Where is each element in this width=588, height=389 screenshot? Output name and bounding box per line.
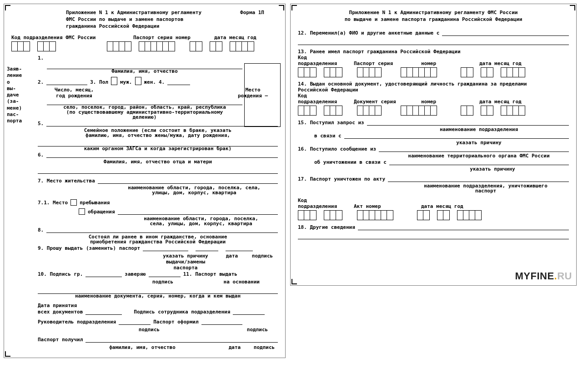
corner-mark (279, 5, 284, 10)
b13-1[interactable] (298, 67, 317, 77)
line-pob[interactable] (167, 79, 190, 85)
num-11: 11. Паспорт выдать (183, 271, 237, 277)
kod-box-1[interactable] (11, 41, 30, 51)
line-6[interactable] (46, 152, 278, 158)
line-71[interactable] (118, 208, 278, 215)
b17-m[interactable] (437, 210, 450, 220)
b13-s[interactable] (357, 67, 382, 77)
n15b: в связи с (314, 133, 342, 139)
b17-1[interactable] (298, 210, 317, 220)
b14-y[interactable] (501, 106, 525, 116)
pass-series[interactable] (107, 41, 131, 51)
wm-ru: RU (557, 270, 572, 282)
sub-fio: Фамилия, имя, отчество (47, 68, 242, 74)
s9s: подпись (252, 253, 273, 259)
form-page-2: Приложение N 1 к Административному регла… (290, 4, 577, 286)
chk-obr[interactable] (79, 208, 85, 215)
header-line-2: ФМС России по выдаче и замене паспортов (66, 16, 183, 22)
line-15b[interactable] (344, 132, 569, 139)
line-10a[interactable] (85, 271, 122, 277)
line-dps[interactable] (233, 308, 265, 315)
line-dob[interactable] (46, 79, 87, 85)
date-y[interactable] (230, 41, 254, 51)
header-block: Приложение N 1 к Административному регла… (66, 10, 278, 30)
pp: Паспорт получил (38, 337, 83, 343)
num-13: 13. Ранее имел паспорт гражданина Россий… (298, 49, 569, 55)
b17-y[interactable] (457, 210, 482, 220)
date-d[interactable] (190, 41, 202, 51)
b13-2[interactable] (324, 67, 342, 77)
line-9s[interactable] (226, 245, 253, 251)
num-1: 1. (38, 55, 44, 61)
s8b: приобретения гражданства Российской Феде… (38, 239, 278, 245)
line-5[interactable] (46, 120, 278, 126)
line-8[interactable] (46, 227, 278, 233)
b13-n[interactable] (401, 67, 437, 77)
num-6: 6. (38, 152, 44, 158)
line-15[interactable] (367, 119, 569, 126)
photo-box[interactable] (244, 63, 281, 127)
pass-number[interactable] (139, 41, 175, 51)
line-pof[interactable] (201, 318, 242, 325)
num-8: 8. (38, 227, 44, 233)
line-10b[interactable] (149, 271, 181, 277)
dps: Подпись сотрудника подразделения (134, 309, 230, 315)
b14-d[interactable] (461, 106, 473, 116)
wm-a: MYFINE (515, 270, 554, 282)
header-block-2: Приложение N 1 к Административному регла… (298, 10, 569, 23)
num-10: 10. Подпись гр. (38, 271, 83, 277)
b17-d[interactable] (417, 210, 430, 220)
line-18b[interactable] (298, 233, 569, 239)
b17-n[interactable] (357, 210, 393, 220)
b14-2[interactable] (324, 106, 342, 116)
line-pp[interactable] (85, 336, 278, 343)
b17-2[interactable] (324, 210, 342, 220)
b14-n[interactable] (401, 106, 437, 116)
pof: Паспорт оформил (153, 319, 198, 325)
s16: наименование территориального органа ФМС… (389, 153, 569, 159)
line-9d[interactable] (196, 245, 218, 251)
n16b: об уничтожении в связи с (314, 159, 387, 165)
line-dp[interactable] (85, 308, 122, 315)
s9a: указать причину (163, 253, 208, 259)
line-12[interactable] (442, 30, 569, 36)
line-6b[interactable] (38, 167, 278, 174)
ppsub: фамилия, имя, отчество (97, 344, 188, 350)
line-18[interactable] (358, 224, 569, 230)
b14-1[interactable] (298, 106, 317, 116)
corner-mark (291, 5, 297, 10)
b13-y[interactable] (501, 67, 525, 77)
line-12b[interactable] (298, 39, 569, 45)
b13-d[interactable] (461, 67, 473, 77)
s11: на основании (179, 279, 278, 285)
num-12: 12. Переменил(а) ФИО и другие анкетные д… (298, 30, 439, 36)
line-ruk[interactable] (119, 318, 151, 325)
line-16b[interactable] (389, 159, 569, 165)
chk-male[interactable] (111, 77, 117, 85)
akt: Акт номер (354, 203, 413, 209)
b14-s[interactable] (357, 106, 382, 116)
pps: подпись (251, 344, 278, 350)
date17: дата месяц год (421, 203, 463, 209)
lbl-10z: заверяю (125, 271, 146, 277)
pod2: подпись (237, 327, 278, 333)
nomer14: номер (421, 99, 471, 105)
chk-preb[interactable] (70, 199, 77, 206)
date-m[interactable] (210, 41, 222, 51)
s15b: указать причину (389, 140, 569, 146)
chk-female[interactable] (135, 77, 141, 85)
num-18: 18. Другие сведения (298, 224, 355, 230)
num-15: 15. Поступил запрос из (298, 120, 364, 126)
num-5: 5. (38, 121, 44, 126)
ruk: Руководитель подразделения (38, 319, 116, 325)
line-7[interactable] (98, 177, 278, 184)
hdr2-1: Приложение N 1 к Административному регла… (349, 10, 518, 15)
line-17[interactable] (388, 176, 569, 182)
line-9[interactable] (143, 245, 188, 251)
kod17: Код (298, 197, 569, 203)
line-16[interactable] (379, 146, 569, 152)
s16b: указать причину (416, 166, 569, 172)
kod-box-2[interactable] (37, 41, 56, 51)
b13-m[interactable] (481, 67, 493, 77)
b14-m[interactable] (481, 106, 493, 116)
